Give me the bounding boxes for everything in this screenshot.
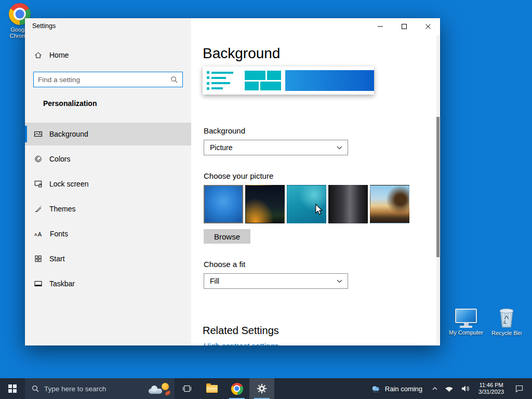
settings-taskbar-button[interactable]: [249, 378, 274, 399]
image-icon: [34, 130, 43, 138]
sidebar-item-label: Taskbar: [49, 280, 75, 288]
sidebar-item-taskbar[interactable]: Taskbar: [25, 272, 191, 295]
chrome-taskbar-button[interactable]: [224, 378, 249, 399]
sidebar-item-fonts[interactable]: A A Fonts: [25, 222, 191, 245]
search-icon: [32, 385, 39, 392]
lock-screen-icon: [34, 180, 43, 188]
action-center-button[interactable]: [509, 378, 530, 399]
wallpaper-thumbnail-night-sky[interactable]: [245, 185, 285, 223]
taskbar-icon: [34, 280, 43, 288]
background-preview-graphic: [203, 66, 374, 95]
related-settings-title: Related Settings: [203, 325, 279, 337]
wallpaper-thumbnail-beach[interactable]: [370, 185, 409, 223]
chevron-up-icon: [432, 387, 437, 390]
sidebar-item-start[interactable]: Start: [25, 247, 191, 270]
clock-time: 11:46 PM: [478, 382, 504, 389]
clock-date: 3/31/2023: [478, 389, 504, 395]
desktop-icon-label: Recycle Bin: [487, 330, 526, 336]
start-tiles-icon: [34, 255, 43, 263]
background-field-label: Background: [204, 126, 245, 135]
page-title: Background: [203, 45, 280, 62]
sidebar-item-label: Themes: [49, 205, 76, 213]
scrollbar-thumb[interactable]: [436, 117, 440, 257]
sidebar-nav: Background Colors Lock screen: [25, 123, 191, 297]
weather-cloud-icon: [370, 385, 381, 393]
home-label: Home: [49, 51, 69, 59]
start-button[interactable]: [0, 378, 25, 399]
file-explorer-icon: [206, 385, 218, 393]
settings-sidebar: Settings Home Personalization: [25, 18, 191, 345]
search-input[interactable]: [34, 76, 170, 84]
sidebar-section-header: Personalization: [43, 99, 97, 108]
wallpaper-thumbnail-cliff[interactable]: [328, 185, 368, 223]
wifi-icon: [445, 385, 454, 392]
choose-picture-label: Choose your picture: [204, 171, 273, 180]
sidebar-item-lock-screen[interactable]: Lock screen: [25, 172, 191, 195]
choose-fit-label: Choose a fit: [204, 260, 245, 269]
search-highlight-weather-art: [148, 381, 171, 396]
network-button[interactable]: [441, 378, 457, 399]
chrome-icon: [231, 383, 243, 395]
sidebar-item-label: Colors: [49, 155, 70, 163]
volume-button[interactable]: [457, 378, 474, 399]
svg-text:A: A: [38, 231, 42, 237]
vertical-scrollbar[interactable]: [436, 35, 440, 343]
home-icon: [34, 51, 43, 59]
clock[interactable]: 11:46 PM 3/31/2023: [474, 382, 509, 395]
task-view-icon: [182, 383, 192, 394]
maximize-button[interactable]: [392, 18, 416, 35]
weather-widget[interactable]: Rain coming: [364, 378, 429, 399]
sidebar-item-themes[interactable]: Themes: [25, 197, 191, 220]
sidebar-item-label: Fonts: [50, 230, 68, 238]
settings-window: Settings Home Personalization: [25, 18, 440, 345]
window-title: Settings: [32, 22, 56, 30]
wallpaper-thumbnails: [204, 185, 409, 223]
background-type-dropdown[interactable]: Picture: [204, 140, 348, 155]
my-computer-icon: [454, 309, 478, 328]
fit-dropdown[interactable]: Fill: [204, 273, 348, 289]
minimize-icon: [378, 24, 383, 29]
wallpaper-thumbnail-ocean[interactable]: [287, 185, 326, 223]
browse-button[interactable]: Browse: [204, 229, 250, 244]
taskbar-search-input[interactable]: [43, 384, 143, 393]
taskbar: Rain coming 11:46 PM 3/31/2023: [0, 378, 532, 399]
chevron-down-icon: [337, 146, 342, 150]
sidebar-item-label: Start: [49, 255, 65, 263]
wallpaper-thumbnail-windows-default[interactable]: [204, 185, 243, 223]
find-setting-searchbox[interactable]: [33, 72, 183, 87]
desktop-icon-label: My Computer: [446, 329, 486, 336]
svg-text:A: A: [34, 232, 37, 237]
sidebar-item-background[interactable]: Background: [25, 123, 191, 145]
sidebar-item-colors[interactable]: Colors: [25, 148, 191, 170]
close-icon: [425, 24, 431, 29]
settings-gear-icon: [257, 383, 267, 394]
search-icon: [170, 76, 178, 83]
desktop-icon-my-computer[interactable]: My Computer: [446, 309, 486, 336]
sidebar-item-label: Background: [49, 130, 88, 138]
recycle-bin-icon: [498, 307, 515, 328]
task-view-button[interactable]: [175, 378, 200, 399]
taskbar-search[interactable]: [25, 378, 175, 399]
minimize-button[interactable]: [368, 18, 392, 35]
desktop-icon-recycle-bin[interactable]: Recycle Bin: [487, 307, 526, 336]
volume-icon: [461, 385, 470, 392]
settings-content: Background Background Picture Choose you…: [191, 18, 440, 345]
chevron-down-icon: [337, 280, 342, 283]
palette-icon: [34, 155, 43, 163]
show-hidden-icons-button[interactable]: [429, 378, 441, 399]
system-tray: Rain coming 11:46 PM 3/31/2023: [364, 378, 532, 399]
sidebar-item-label: Lock screen: [49, 180, 88, 188]
start-icon: [8, 384, 17, 393]
dropdown-value: Picture: [210, 143, 233, 152]
dropdown-value: Fill: [210, 277, 219, 285]
maximize-icon: [402, 24, 407, 29]
brush-icon: [34, 205, 43, 213]
close-button[interactable]: [416, 18, 440, 35]
action-center-icon: [515, 384, 524, 393]
sidebar-item-home[interactable]: Home: [25, 46, 191, 64]
fonts-icon: A A: [34, 230, 43, 238]
file-explorer-button[interactable]: [200, 378, 224, 399]
high-contrast-settings-link[interactable]: High contrast settings: [204, 341, 278, 345]
weather-text: Rain coming: [385, 385, 422, 393]
